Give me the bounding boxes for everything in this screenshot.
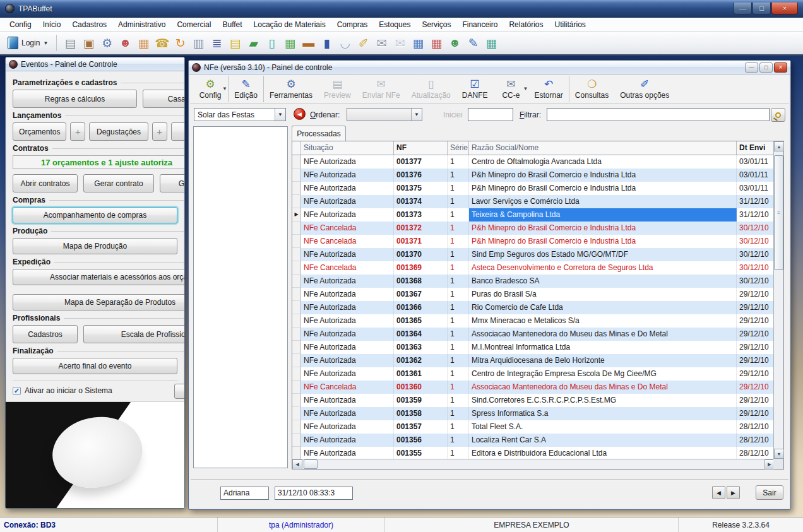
empresa-listbox[interactable] (193, 126, 288, 468)
nfe-estornar-button[interactable]: ↶ Estornar (528, 76, 568, 102)
chevron-down-icon[interactable]: ▼ (411, 109, 422, 121)
menu-item[interactable]: Locação de Materiais (248, 18, 331, 31)
clipped-button[interactable] (174, 384, 184, 399)
measure-pencil-icon[interactable]: ✐ (354, 34, 372, 52)
nfe-config-button[interactable]: ⚙ Config ▼ (193, 76, 228, 102)
menu-item[interactable]: Comercial (171, 18, 217, 31)
table-row[interactable]: ▶ NFe Autorizada 001361 1 Centro de Inte… (292, 367, 775, 381)
scroll-left-button[interactable]: ◀ (292, 459, 302, 470)
calendar-blue-icon[interactable]: ▦ (409, 34, 427, 52)
printer-icon[interactable]: ▤ (61, 34, 80, 52)
grid-export-icon[interactable]: ▦ (281, 34, 299, 52)
table-row[interactable]: ▶ NFe Autorizada 001376 1 P&h Minepro do… (292, 168, 775, 182)
user-field[interactable]: Adriana (220, 487, 269, 500)
gerar-outro-button[interactable]: Gerar (160, 174, 184, 192)
schedule-grid-icon[interactable]: ▦ (134, 34, 153, 52)
mapa-producao-button[interactable]: Mapa de Produção (13, 238, 177, 254)
scroll-up-button[interactable]: ▲ (774, 141, 784, 151)
menu-item[interactable]: Início (37, 18, 67, 31)
horizontal-scrollbar[interactable]: ◀ ▶ (292, 459, 775, 469)
document-teal-icon[interactable]: ▯ (263, 34, 281, 52)
nfe-cce-button[interactable]: ✉ CC-e ▼ (493, 76, 528, 102)
open-book-icon[interactable]: ◡ (336, 34, 354, 52)
menu-item[interactable]: Administrativo (112, 18, 171, 31)
table-row[interactable]: ▶ NFe Cancelada 001371 1 P&h Minepro do … (292, 235, 775, 248)
abrir-contratos-button[interactable]: Abrir contratos (13, 174, 78, 192)
back-button[interactable]: ◀ (294, 108, 306, 120)
envelope-icon[interactable]: ✉ (372, 34, 391, 52)
table-row[interactable]: ▶ NFe Autorizada 001356 1 Localiza Rent … (292, 434, 775, 447)
users-icon[interactable]: ☻ (116, 34, 134, 52)
filtrar-input[interactable] (547, 108, 770, 121)
tab-processadas[interactable]: Processadas (292, 126, 346, 141)
table-row[interactable]: ▶ NFe Autorizada 001363 1 M.I.Montreal I… (292, 341, 775, 354)
calendar-day-icon[interactable]: ▦ (427, 34, 446, 52)
grid-back-icon[interactable]: ▦ (482, 34, 501, 52)
orcamentos-add-button[interactable]: + (70, 122, 85, 141)
regras-calculos-button[interactable]: Regras e cálculos (13, 90, 137, 108)
iniciei-input[interactable] (468, 108, 513, 121)
nfe-edicao-button[interactable]: ✎ Edição (228, 76, 263, 102)
table-row[interactable]: ▶ NFe Autorizada 001364 1 Associacao Man… (292, 328, 775, 341)
orcamentos-button[interactable]: Orçamentos (13, 122, 66, 141)
close-button[interactable]: × (771, 3, 798, 15)
encomendas-button[interactable]: Encome (171, 122, 184, 141)
checklist-icon[interactable]: ≣ (208, 34, 226, 52)
nfe-ferramentas-button[interactable]: ⚙ Ferramentas (263, 76, 318, 102)
header-dt-envio[interactable]: Dt Envi (737, 141, 775, 155)
table-row[interactable]: ▶ NFe Autorizada 001374 1 Lavor Serviços… (292, 195, 775, 208)
ordenar-combobox[interactable]: ▼ (347, 108, 422, 121)
table-row[interactable]: ▶ NFe Cancelada 001360 1 Associacao Mant… (292, 381, 775, 394)
menu-item[interactable]: Financeiro (456, 18, 503, 31)
next-record-button[interactable]: ▶ (727, 486, 740, 499)
nfe-danfe-button[interactable]: ☑ DANFE (456, 76, 494, 102)
nfe-titlebar[interactable]: NFe (versão 3.10) - Painel de controle —… (189, 61, 790, 74)
table-row[interactable]: ▶ NFe Autorizada 001366 1 Rio Comercio d… (292, 301, 775, 314)
table-row[interactable]: ▶ NFe Cancelada 001369 1 Asteca Desenvol… (292, 261, 775, 275)
vertical-scrollbar[interactable]: ▲ ≡ ▼ (773, 141, 783, 459)
nfe-maximize-button[interactable]: □ (759, 62, 773, 73)
table-row[interactable]: ▶ NFe Autorizada 001375 1 P&h Minepro do… (292, 182, 775, 195)
eventos-titlebar[interactable]: Eventos - Painel de Controle (6, 57, 184, 71)
folder-green-icon[interactable]: ▰ (244, 34, 263, 52)
notes-icon[interactable]: ▤ (226, 34, 244, 52)
datetime-field[interactable]: 31/12/10 08:33:3 (275, 487, 353, 500)
menu-item[interactable]: Utilitários (549, 18, 591, 31)
nfe-atualizacao-button[interactable]: ▯ Atualização (406, 76, 456, 102)
filtrar-search-button[interactable] (771, 108, 785, 122)
casas-button[interactable]: Casas de (143, 90, 184, 108)
menu-item[interactable]: Estoques (373, 18, 416, 31)
acerto-final-button[interactable]: Acerto final do evento (13, 358, 177, 374)
degustacoes-button[interactable]: Degustações (89, 122, 148, 141)
nfe-consultas-button[interactable]: ❍ Consultas (569, 76, 614, 102)
nfe-preview-button[interactable]: ▤ Preview (318, 76, 357, 102)
cadastros-button[interactable]: Cadastros (13, 325, 78, 343)
acompanhamento-compras-button[interactable]: Acompanhamento de compras (13, 207, 177, 223)
edit-document-icon[interactable]: ✎ (464, 34, 482, 52)
briefcase-icon[interactable]: ▬ (299, 34, 318, 52)
minimize-button[interactable]: — (734, 3, 752, 15)
table-row[interactable]: ▶ NFe Autorizada 001377 1 Centro de Ofta… (292, 155, 775, 168)
header-razao[interactable]: Razão Social/Nome (469, 141, 737, 155)
table-row[interactable]: ▶ NFe Autorizada 001355 1 Editora e Dist… (292, 447, 775, 460)
associar-materiais-button[interactable]: Associar materiais e acessórios aos orça… (13, 269, 184, 285)
nfe-outras-button[interactable]: ✐ Outras opções (614, 76, 675, 102)
header-situacao[interactable]: Situação (301, 141, 394, 155)
degustacoes-add-button[interactable]: + (152, 122, 167, 141)
table-row[interactable]: ▶ NFe Autorizada 001357 1 Total Fleet S.… (292, 420, 775, 434)
table-row[interactable]: ▶ NFe Autorizada 001373 1 Teixeira & Cam… (292, 208, 775, 222)
tools-icon[interactable]: ⚙ (98, 34, 116, 52)
menu-item[interactable]: Buffet (217, 18, 247, 31)
menu-item[interactable]: Relatórios (503, 18, 549, 31)
menu-item[interactable]: Cadastros (66, 18, 112, 31)
table-row[interactable]: ▶ NFe Autorizada 001358 1 Spress Informa… (292, 407, 775, 420)
menu-item[interactable]: Config (4, 18, 37, 31)
package-icon[interactable]: ▣ (80, 34, 98, 52)
copy-documents-icon[interactable]: ▥ (189, 34, 208, 52)
sair-button[interactable]: Sair (756, 485, 783, 500)
table-row[interactable]: ▶ NFe Autorizada 001362 1 Mitra Arquidio… (292, 354, 775, 367)
nfe-close-button[interactable]: × (774, 62, 787, 73)
phone-icon[interactable]: ☎ (153, 34, 171, 52)
scrollbar-thumb[interactable] (304, 459, 318, 469)
book-blue-icon[interactable]: ▮ (318, 34, 336, 52)
